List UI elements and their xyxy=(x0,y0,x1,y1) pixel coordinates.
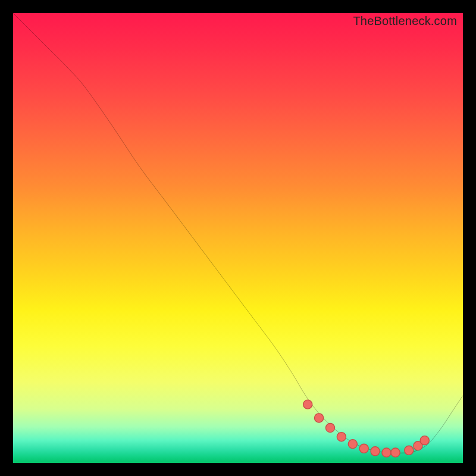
curve-path xyxy=(13,13,463,453)
highlight-dot xyxy=(391,448,400,457)
plot-area: TheBottleneck.com xyxy=(13,13,463,463)
highlight-dot xyxy=(337,433,346,441)
highlight-dot xyxy=(382,448,391,457)
attribution-text: TheBottleneck.com xyxy=(353,14,457,28)
highlight-dots xyxy=(13,13,463,463)
highlight-dot xyxy=(325,423,334,432)
highlight-dot xyxy=(414,441,422,450)
highlight-dot xyxy=(315,414,324,422)
highlight-dot xyxy=(348,440,357,449)
bottleneck-curve xyxy=(13,13,463,463)
dot-group xyxy=(303,400,430,457)
highlight-dot xyxy=(303,400,312,409)
highlight-dot xyxy=(405,446,414,455)
highlight-dot xyxy=(420,436,429,445)
chart-stage: TheBottleneck.com xyxy=(0,0,476,476)
highlight-dot xyxy=(371,447,380,456)
highlight-dot xyxy=(359,444,368,453)
